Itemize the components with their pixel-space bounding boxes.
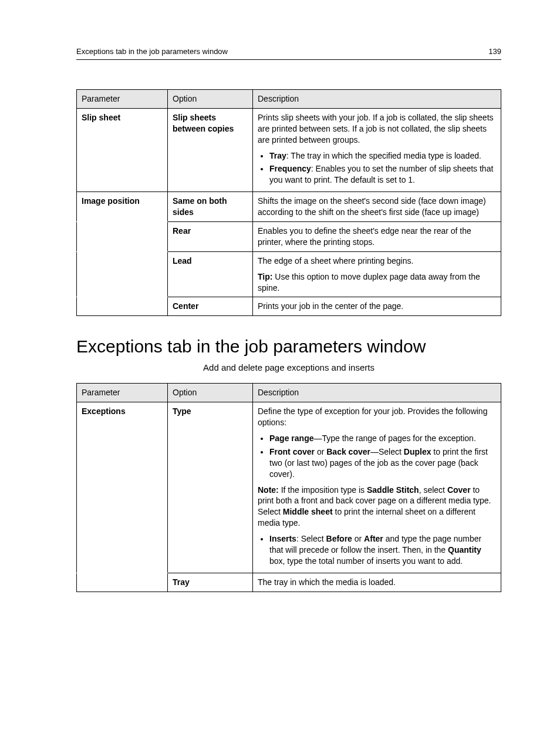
label-saddle-stitch: Saddle Stitch <box>367 485 419 495</box>
empty-cell <box>77 222 168 252</box>
table-row: Image position Same on both sides Shifts… <box>77 192 501 222</box>
label-cover: Cover <box>447 485 471 495</box>
header-title: Exceptions tab in the job parameters win… <box>76 47 228 56</box>
label-tray: Tray <box>269 151 286 160</box>
text: Use this option to move duplex page data… <box>258 272 480 293</box>
desc-same-both-sides: Shifts the image on the sheet's second s… <box>253 192 501 222</box>
label-inserts: Inserts <box>269 534 296 543</box>
text: box, type the total number of inserts yo… <box>269 556 463 566</box>
label-after: After <box>364 534 383 543</box>
list-item: Frequency: Enables you to set the number… <box>269 163 496 186</box>
param-exceptions: Exceptions <box>77 402 168 573</box>
table-row: Slip sheet Slip sheets between copies Pr… <box>77 108 501 191</box>
note-block: Note: If the imposition type is Saddle S… <box>258 485 496 529</box>
list-item: Inserts: Select Before or After and type… <box>269 533 496 567</box>
list-item: Front cover or Back cover—Select Duplex … <box>269 446 496 480</box>
option-rear: Rear <box>168 222 253 252</box>
text: : The tray in which the specified media … <box>286 151 481 160</box>
empty-cell <box>77 251 168 297</box>
section-heading: Exceptions tab in the job parameters win… <box>76 337 501 357</box>
note-label: Note: <box>258 485 279 495</box>
text: or <box>352 534 364 543</box>
bullet-list: Tray: The tray in which the specified me… <box>258 150 496 186</box>
option-lead: Lead <box>168 251 253 297</box>
col-description: Description <box>253 384 501 402</box>
col-option: Option <box>168 384 253 402</box>
desc-type: Define the type of exception for your jo… <box>253 402 501 573</box>
text: If the imposition type is <box>279 485 367 495</box>
text: : Select <box>296 534 326 543</box>
option-slip-sheets-between-copies: Slip sheets between copies <box>168 108 253 191</box>
param-slip-sheet: Slip sheet <box>77 108 168 191</box>
label-quantity: Quantity <box>448 545 481 555</box>
option-type: Type <box>168 402 253 573</box>
tip-block: Tip: Use this option to move duplex page… <box>258 271 496 294</box>
desc-slip-sheet: Prints slip sheets with your job. If a j… <box>253 108 501 191</box>
table-row: Rear Enables you to define the sheet's e… <box>77 222 501 252</box>
header-page-number: 139 <box>488 47 501 56</box>
list-item: Page range—Type the range of pages for t… <box>269 433 496 444</box>
bullet-list: Page range—Type the range of pages for t… <box>258 433 496 480</box>
label-duplex: Duplex <box>404 447 431 456</box>
label-before: Before <box>326 534 352 543</box>
table-row: Lead The edge of a sheet where printing … <box>77 251 501 297</box>
text: —Type the range of pages for the excepti… <box>313 434 475 443</box>
desc-rear: Enables you to define the sheet's edge n… <box>253 222 501 252</box>
text: The edge of a sheet where printing begin… <box>258 256 413 266</box>
option-same-both-sides: Same on both sides <box>168 192 253 222</box>
label-front-cover: Front cover <box>269 447 315 456</box>
text: Define the type of exception for your jo… <box>258 406 487 427</box>
parameters-table-1: Parameter Option Description Slip sheet … <box>76 89 501 316</box>
text: Prints slip sheets with your job. If a j… <box>258 113 494 145</box>
parameters-table-2: Parameter Option Description Exceptions … <box>76 383 501 592</box>
empty-cell <box>77 573 168 592</box>
text: , select <box>419 485 447 495</box>
list-item: Tray: The tray in which the specified me… <box>269 150 496 162</box>
document-page: Exceptions tab in the job parameters win… <box>0 0 560 746</box>
table-row: Exceptions Type Define the type of excep… <box>77 402 501 573</box>
option-center: Center <box>168 297 253 316</box>
bullet-list: Inserts: Select Before or After and type… <box>258 533 496 567</box>
desc-tray: The tray in which the media is loaded. <box>253 573 501 592</box>
label-middle-sheet: Middle sheet <box>283 507 333 516</box>
desc-center: Prints your job in the center of the pag… <box>253 297 501 316</box>
running-header: Exceptions tab in the job parameters win… <box>76 47 501 60</box>
label-back-cover: Back cover <box>326 447 370 456</box>
desc-lead: The edge of a sheet where printing begin… <box>253 251 501 297</box>
section-subtitle: Add and delete page exceptions and inser… <box>76 362 501 372</box>
label-frequency: Frequency <box>269 164 311 173</box>
option-tray: Tray <box>168 573 253 592</box>
param-image-position: Image position <box>77 192 168 222</box>
tip-label: Tip: <box>258 272 272 281</box>
table-row: Tray The tray in which the media is load… <box>77 573 501 592</box>
table-row: Center Prints your job in the center of … <box>77 297 501 316</box>
col-option: Option <box>168 90 253 109</box>
empty-cell <box>77 297 168 316</box>
text: or <box>315 447 326 456</box>
label-page-range: Page range <box>269 434 313 443</box>
col-description: Description <box>253 90 501 109</box>
col-parameter: Parameter <box>77 90 168 109</box>
text: —Select <box>370 447 404 456</box>
table-header-row: Parameter Option Description <box>77 384 501 402</box>
table-header-row: Parameter Option Description <box>77 90 501 109</box>
col-parameter: Parameter <box>77 384 168 402</box>
